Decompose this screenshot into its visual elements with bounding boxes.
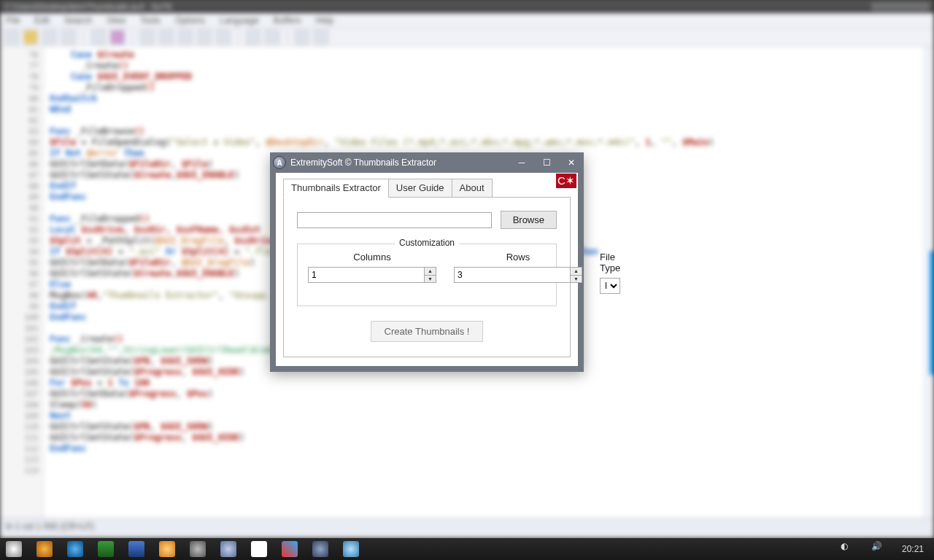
editor-menubar: File Edit Search View Tools Options Lang… bbox=[0, 13, 934, 28]
dialog-title: ExtremitySoft © Thumbnails Extractor bbox=[290, 158, 436, 168]
taskbar-icon[interactable] bbox=[67, 541, 83, 557]
thumbnails-extractor-dialog: A ExtremitySoft © Thumbnails Extractor ─… bbox=[270, 153, 584, 372]
customization-label: Customization bbox=[395, 238, 459, 248]
taskbar-icon[interactable] bbox=[343, 541, 359, 557]
taskbar: ◐ 🔊 20:21 bbox=[0, 538, 934, 560]
create-thumbnails-button[interactable]: Create Thumbnails ! bbox=[371, 321, 484, 342]
rows-spinner[interactable]: ▲ ▼ bbox=[454, 267, 582, 283]
filetype-select[interactable]: PNGJPGBMP bbox=[600, 278, 620, 294]
close-button[interactable]: ✕ bbox=[559, 155, 584, 170]
app-icon: A bbox=[273, 156, 286, 169]
columns-spinner[interactable]: ▲ ▼ bbox=[308, 267, 436, 283]
taskbar-icon[interactable] bbox=[312, 541, 328, 557]
taskbar-clock: 20:21 bbox=[902, 544, 924, 554]
columns-up-button[interactable]: ▲ bbox=[425, 268, 436, 276]
filetype-label: File Type bbox=[600, 252, 620, 273]
rows-up-button[interactable]: ▲ bbox=[571, 268, 582, 276]
maximize-button[interactable]: ☐ bbox=[534, 155, 559, 170]
columns-label: Columns bbox=[353, 252, 390, 262]
tab-thumbnails-extractor[interactable]: Thumbnails Extractor bbox=[283, 179, 389, 198]
customization-group: Customization Columns ▲ ▼ Rows bbox=[297, 244, 557, 306]
tray-icon[interactable]: ◐ bbox=[841, 541, 857, 557]
tray-volume-icon[interactable]: 🔊 bbox=[871, 541, 887, 557]
editor-titlebar: C:\Users\Desktop\item\Thumbnails.au3 - S… bbox=[0, 0, 934, 13]
taskbar-icon[interactable] bbox=[128, 541, 144, 557]
taskbar-icon[interactable] bbox=[6, 541, 22, 557]
taskbar-icon[interactable] bbox=[190, 541, 206, 557]
file-path-input[interactable] bbox=[297, 212, 492, 228]
columns-down-button[interactable]: ▼ bbox=[425, 276, 436, 283]
taskbar-icon[interactable] bbox=[251, 541, 267, 557]
rows-label: Rows bbox=[506, 252, 530, 262]
dialog-titlebar[interactable]: A ExtremitySoft © Thumbnails Extractor ─… bbox=[270, 152, 584, 173]
minimize-button[interactable]: ─ bbox=[509, 155, 534, 170]
editor-toolbar bbox=[0, 28, 934, 47]
taskbar-icon[interactable] bbox=[98, 541, 114, 557]
rows-down-button[interactable]: ▼ bbox=[571, 276, 582, 283]
tab-user-guide[interactable]: User Guide bbox=[388, 179, 452, 197]
editor-scrollbar bbox=[923, 47, 934, 518]
tab-panel: Browse Customization Columns ▲ ▼ bbox=[283, 197, 571, 357]
taskbar-icon[interactable] bbox=[36, 541, 53, 557]
editor-gutter: 7677787980818283848586878889909192939495… bbox=[0, 47, 44, 518]
taskbar-icon[interactable] bbox=[282, 541, 298, 557]
taskbar-icon[interactable] bbox=[159, 541, 175, 557]
columns-input[interactable] bbox=[309, 268, 424, 282]
editor-statusbar: ln 1 col 1 INS (CR+LF) bbox=[0, 518, 934, 538]
taskbar-icon[interactable] bbox=[220, 541, 236, 557]
browse-button[interactable]: Browse bbox=[501, 211, 557, 229]
editor-titlebar-text: C:\Users\Desktop\item\Thumbnails.au3 - S… bbox=[4, 2, 172, 11]
rows-input[interactable] bbox=[455, 268, 570, 282]
tab-about[interactable]: About bbox=[452, 179, 493, 197]
